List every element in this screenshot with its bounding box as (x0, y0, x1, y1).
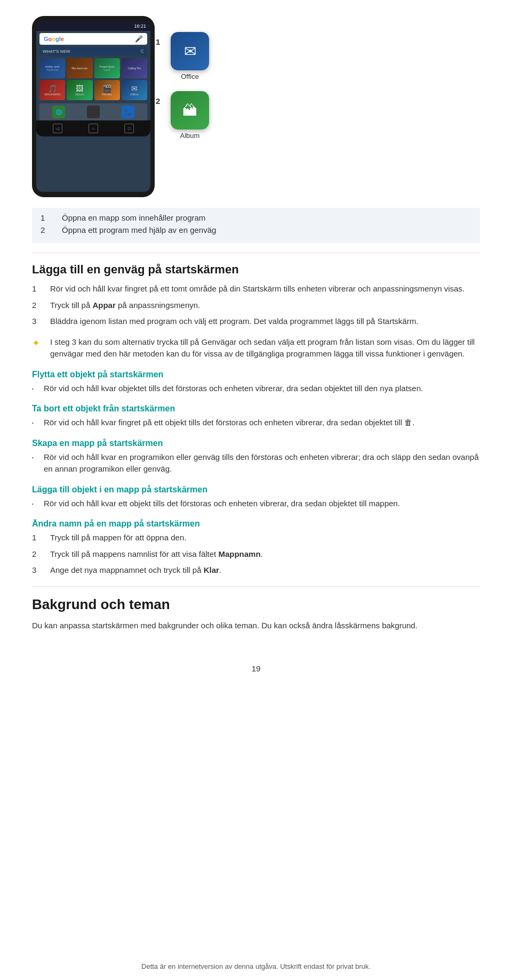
step-num-2: 2 (32, 299, 42, 312)
bullet-text-skapa: Rör vid och håll kvar en programikon ell… (44, 451, 480, 475)
step-text-3: Bläddra igenom listan med program och vä… (50, 315, 480, 328)
bullet-dot-1: • (32, 383, 38, 395)
page-number: 19 (0, 664, 512, 673)
phone-screen: 16:21 Google 🎤 WHAT'S NEW C today and To… (36, 21, 150, 192)
tip-icon: ✦ (32, 336, 45, 360)
content-area: 1 Öppna en mapp som innehåller program 2… (0, 208, 512, 632)
google-search-bar: Google 🎤 (39, 33, 147, 45)
office-label: Office (181, 72, 199, 80)
rename-heading: Ändra namn på en mapp på startskärmen (32, 519, 480, 529)
bullet-dot-3: • (32, 451, 38, 475)
app-album: 🖼 Album (67, 80, 92, 100)
app-foodquiz: Food Quiz Game (94, 58, 120, 78)
dock-apps: ⋮⋮⋮ (87, 106, 100, 118)
sub-heading-lagg: Lägga till objekt i en mapp på startskär… (32, 485, 480, 495)
nav-back: ◁ (53, 124, 62, 133)
google-logo: Google (44, 36, 64, 42)
dock-chrome: 🌐 (52, 106, 65, 118)
album-label: Album (180, 132, 200, 140)
nav-recent: □ (124, 124, 134, 133)
rename-num-1: 1 (32, 532, 42, 544)
tip-text: I steg 3 kan du som alternativ trycka ti… (50, 336, 480, 360)
step-num-1: 1 (32, 283, 42, 295)
app-office: ✉ Office (122, 80, 147, 100)
step-number-2: 2 (156, 96, 160, 106)
rename-text-1: Tryck till på mappen för att öppna den. (50, 532, 480, 544)
rename-text-3: Ange det nya mappnamnet och tryck till p… (50, 564, 480, 577)
bullet-dot-2: • (32, 417, 38, 429)
nav-home: ○ (89, 124, 98, 133)
phone-mockup: 16:21 Google 🎤 WHAT'S NEW C today and To… (32, 16, 155, 197)
floating-icons-area: 1 ✉ Office 2 🏔 Album (171, 32, 209, 140)
rename-text-2: Tryck till på mappens namnlist för att v… (50, 548, 480, 561)
footer-text: Detta är en internetversion av denna utg… (141, 962, 371, 970)
caption-num-2: 2 (41, 225, 51, 234)
divider-1 (32, 253, 480, 253)
caption-2: 2 Öppna ett program med hjälp av en genv… (41, 225, 471, 234)
floating-icon-office: 1 ✉ Office (171, 32, 209, 80)
phone-dock: 🌐 ⋮⋮⋮ 📞 (39, 103, 147, 120)
rename-num-2: 2 (32, 548, 42, 561)
step-text-2: Tryck till på Appar på anpassningsmenyn. (50, 299, 480, 312)
bullet-flytta: • Rör vid och håll kvar objektet tills d… (32, 383, 480, 395)
floating-icon-album: 2 🏔 Album (171, 91, 209, 140)
step-row-3: 3 Bläddra igenom listan med program och … (32, 315, 480, 328)
phone-nav-bar: ◁ ○ □ (36, 120, 150, 136)
app-today: today and Tomorrow (39, 58, 65, 78)
steps-list-1: 1 Rör vid och håll kvar fingret på ett t… (32, 283, 480, 328)
rename-num-3: 3 (32, 564, 42, 577)
phone-status-bar: 16:21 (36, 21, 150, 31)
caption-num-1: 1 (41, 213, 51, 222)
bullet-text-flytta: Rör vid och håll kvar objektet tills det… (44, 383, 423, 395)
rename-step-3: 3 Ange det nya mappnamnet och tryck till… (32, 564, 480, 577)
page-footer: Detta är en internetversion av denna utg… (0, 962, 512, 970)
step-num-3: 3 (32, 315, 42, 328)
step-text-1: Rör vid och håll kvar fingret på ett tom… (50, 283, 480, 295)
bullet-dot-4: • (32, 498, 38, 510)
step-row-2: 2 Tryck till på Appar på anpassningsmeny… (32, 299, 480, 312)
album-app-icon: 🏔 (171, 91, 209, 129)
bullet-lagg: • Rör vid och håll kvar ett objekt tills… (32, 498, 480, 510)
bullet-text-lagg: Rör vid och håll kvar ett objekt tills d… (44, 498, 400, 510)
office-app-icon: ✉ (171, 32, 209, 70)
divider-2 (32, 586, 480, 587)
dock-phone: 📞 (122, 106, 134, 118)
step-row-1: 1 Rör vid och håll kvar fingret på ett t… (32, 283, 480, 295)
step-number-1: 1 (156, 37, 160, 46)
bg-text: Du kan anpassa startskärmen med bakgrund… (32, 619, 480, 632)
rename-steps-list: 1 Tryck till på mappen för att öppna den… (32, 532, 480, 577)
bullet-text-tabort: Rör vid och håll kvar fingret på ett obj… (44, 417, 414, 429)
main-heading: Lägga till en genväg på startskärmen (32, 263, 480, 277)
tip-row: ✦ I steg 3 kan du som alternativ trycka … (32, 336, 480, 360)
app-bestpic: My best pic (67, 58, 92, 78)
whats-new-label: WHAT'S NEW (43, 49, 70, 54)
bg-heading: Bakgrund och teman (32, 596, 480, 613)
bullet-tabort: • Rör vid och håll kvar fingret på ett o… (32, 417, 480, 429)
captions-area: 1 Öppna en mapp som innehåller program 2… (32, 208, 480, 243)
refresh-icon: C (141, 48, 145, 54)
caption-1: 1 Öppna en mapp som innehåller program (41, 213, 471, 222)
whats-new-bar: WHAT'S NEW C (39, 47, 147, 55)
app-calling: Calling Tim (122, 58, 147, 78)
caption-text-2: Öppna ett program med hjälp av en genväg (62, 225, 471, 234)
app-walkman: 🎵 WALKMAN (39, 80, 65, 100)
caption-text-1: Öppna en mapp som innehåller program (62, 213, 471, 222)
rename-step-2: 2 Tryck till på mappens namnlist för att… (32, 548, 480, 561)
sub-heading-flytta: Flytta ett objekt på startskärmen (32, 370, 480, 379)
phone-time: 16:21 (134, 23, 146, 29)
app-movies: 🎬 Movies (94, 80, 120, 100)
rename-step-1: 1 Tryck till på mappen för att öppna den… (32, 532, 480, 544)
bullet-skapa: • Rör vid och håll kvar en programikon e… (32, 451, 480, 475)
mic-icon: 🎤 (135, 35, 143, 43)
sub-heading-tabort: Ta bort ett objekt från startskärmen (32, 404, 480, 414)
device-section: 16:21 Google 🎤 WHAT'S NEW C today and To… (0, 0, 512, 208)
sub-heading-skapa: Skapa en mapp på startskärmen (32, 439, 480, 448)
app-grid: today and Tomorrow My best pic Food Quiz… (36, 56, 150, 102)
